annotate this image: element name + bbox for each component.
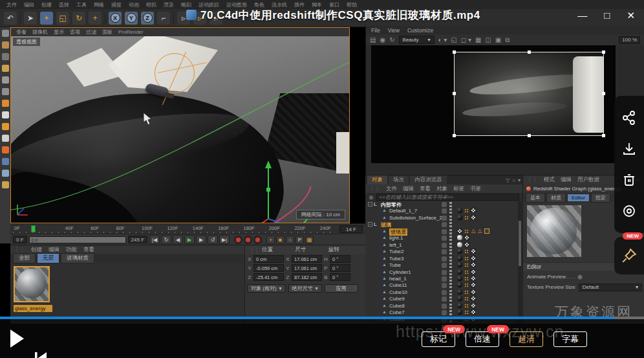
viewport[interactable]: 查看摄像机显示选项过滤面板ProRender 透视视图 [10, 27, 350, 223]
object-row[interactable]: ▲head_1 [365, 276, 517, 282]
c4d-tool-icon[interactable] [2, 135, 9, 142]
object-manager-tab[interactable]: 内容浏览器 [410, 175, 447, 185]
viewport-menu-item[interactable]: 过滤 [86, 28, 96, 36]
viewport-menu-item[interactable]: 查看 [16, 28, 27, 36]
marquee-handle[interactable] [602, 134, 605, 137]
shader-tab[interactable]: 指定 [591, 193, 610, 203]
object-name[interactable]: head_1 [389, 276, 407, 282]
marquee-handle[interactable] [528, 134, 531, 137]
material-menu-item[interactable]: 功能 [66, 246, 77, 254]
material-layer-tab[interactable]: 无层 [37, 253, 59, 263]
timeline-tick[interactable]: 0F [14, 225, 20, 231]
layer-chip[interactable] [442, 208, 447, 214]
player-button-字幕[interactable]: 字幕 [553, 331, 587, 347]
material-menu-item[interactable]: 编辑 [48, 246, 59, 254]
visibility-dots[interactable] [449, 236, 452, 241]
object-row[interactable]: ▲Tube [365, 262, 517, 269]
timeline-tick[interactable]: 200F [269, 225, 280, 231]
snapshot-icon[interactable]: ▣ [495, 36, 501, 43]
transport-button[interactable]: ↻ [161, 235, 171, 244]
visibility-dots[interactable] [449, 270, 452, 275]
layer-chip[interactable] [442, 256, 447, 262]
marquee-handle[interactable] [453, 92, 456, 95]
timeline-tick[interactable]: 180F [244, 225, 255, 231]
layer-chip[interactable] [442, 270, 447, 275]
viewport-menu-item[interactable]: ProRender [118, 29, 144, 35]
object-name[interactable]: left_1 [389, 242, 402, 248]
panel-grip-icon[interactable]: ⋮⋮ [369, 186, 380, 192]
display-mode-icon[interactable]: ◐ ▾ [438, 36, 447, 43]
visibility-dots[interactable] [449, 276, 452, 282]
material-menu-item[interactable]: 创建 [31, 246, 42, 254]
visibility-dots[interactable] [449, 249, 452, 254]
coordinate-field[interactable]: -0.059 cm [253, 264, 284, 272]
visibility-dots[interactable] [449, 243, 452, 248]
c4d-tool-icon[interactable] [2, 88, 9, 95]
maximize-button[interactable]: □ [604, 10, 610, 20]
visibility-dots[interactable] [449, 256, 452, 262]
home-icon[interactable]: ⌂ [512, 177, 515, 183]
grid-icon[interactable]: ▦ [475, 36, 481, 43]
object-manager-menu-item[interactable]: 标签 [453, 185, 464, 193]
record-icon[interactable] [621, 203, 637, 219]
panel-grip-icon[interactable]: ⋮⋮ [249, 247, 259, 253]
keyframe-icon[interactable]: P [295, 236, 304, 244]
object-name[interactable]: Tube [389, 262, 401, 268]
material-layer-tab[interactable]: 玻璃材质 [61, 253, 94, 263]
visibility-dots[interactable] [449, 202, 452, 207]
coordinate-field[interactable]: 0 ° [330, 264, 350, 272]
transport-button[interactable]: |◀ [149, 235, 160, 244]
layer-chip[interactable] [442, 243, 447, 248]
visibility-dots[interactable] [449, 208, 452, 214]
object-row[interactable]: −L玻璃 [365, 221, 517, 228]
filter-icon[interactable]: ▽ [506, 177, 510, 183]
object-row[interactable]: ▲Cube11 [365, 282, 517, 289]
range-end-field[interactable]: 245 F [128, 236, 147, 243]
object-row[interactable]: ▲玻璃罩△△ [365, 229, 517, 235]
player-button-倍速[interactable]: 倍速NEW [466, 331, 499, 347]
layer-chip[interactable] [442, 263, 447, 268]
c4d-tool-icon[interactable] [2, 53, 9, 60]
c4d-tool-icon[interactable] [2, 158, 9, 165]
timeline-tick[interactable]: 80F [116, 225, 125, 231]
keyframe-icon[interactable]: ○ [286, 236, 294, 244]
layer-chip[interactable] [442, 276, 447, 282]
c4d-tool-icon[interactable] [2, 111, 9, 118]
keyframe-icon[interactable]: + [266, 236, 275, 244]
play-button[interactable] [9, 329, 25, 348]
viewport-menu-item[interactable]: 摄像机 [32, 28, 48, 36]
keyframe-icon[interactable]: ▦ [305, 236, 314, 244]
c4d-tool-icon[interactable] [2, 76, 9, 84]
visibility-dots[interactable] [449, 290, 452, 295]
coordinate-field[interactable]: -25.41 cm [253, 273, 284, 281]
marquee-handle[interactable] [602, 50, 605, 54]
transport-button[interactable]: ▶| [219, 235, 230, 244]
texture-tag-icon[interactable] [471, 296, 476, 301]
shader-tab[interactable]: 材质 [546, 193, 566, 203]
record-button[interactable] [234, 236, 242, 244]
texture-tag-icon[interactable] [471, 262, 476, 267]
download-icon[interactable] [621, 141, 637, 157]
object-row[interactable]: ▲Subdivision_Surface_2 [365, 215, 517, 221]
material-menu-item[interactable]: 查看 [83, 246, 94, 254]
visibility-dots[interactable] [449, 229, 452, 234]
coordinate-field[interactable]: 0 ° [330, 273, 350, 281]
material-layer-tab[interactable]: 全部 [13, 253, 36, 263]
layer-chip[interactable] [442, 216, 447, 221]
object-row[interactable]: ▲light.1 [365, 235, 517, 241]
c4d-tool-icon[interactable] [2, 170, 9, 177]
object-search-input[interactable]: <<在此键入以形成搜索字符串>> [376, 194, 519, 201]
animate-preview-checkbox[interactable] [577, 274, 583, 280]
render-canvas[interactable] [371, 45, 616, 163]
object-row[interactable]: −L内部零件 [365, 201, 517, 208]
timeline-tick[interactable]: 220F [294, 225, 305, 231]
panel-grip-icon[interactable]: ⋮⋮ [527, 177, 537, 183]
attribute-mode-menu-item[interactable]: 编辑 [561, 176, 572, 184]
layer-chip[interactable] [442, 202, 447, 207]
transport-button[interactable]: ▶ [196, 235, 206, 244]
marquee-handle[interactable] [602, 92, 605, 95]
object-row[interactable]: ▲Default_1_7 [365, 208, 517, 214]
current-frame-field[interactable]: 14 F [339, 225, 363, 233]
c4d-tool-icon[interactable] [2, 100, 9, 107]
player-button-超清[interactable]: 超清 [510, 331, 543, 347]
